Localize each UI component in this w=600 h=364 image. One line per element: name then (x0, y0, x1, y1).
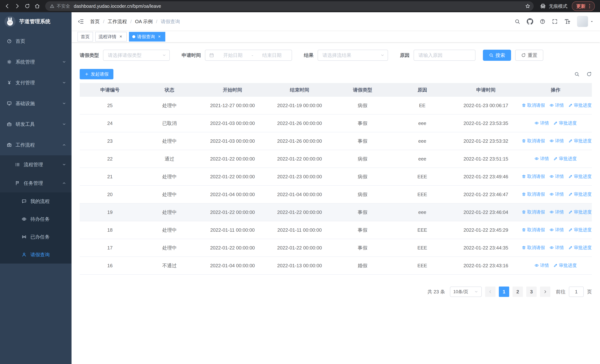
sidebar-item-home[interactable]: 首页 (0, 31, 72, 52)
progress-link[interactable]: 审批进度 (568, 227, 592, 233)
date-range-separator: - (252, 52, 253, 58)
cell-leave-type: 病假 (333, 150, 392, 168)
sidebar-item-leave-query[interactable]: 请假查询 (0, 246, 72, 263)
security-status[interactable]: 不安全 (50, 3, 70, 9)
sidebar-item-my-process[interactable]: 我的流程 (0, 192, 72, 210)
detail-link[interactable]: 详情 (549, 173, 564, 179)
sidebar-toggle-button[interactable] (77, 18, 84, 25)
browser-update-button[interactable]: 更新 (572, 1, 595, 11)
apply-time-range-picker[interactable]: - (205, 50, 292, 61)
page-button-1[interactable]: 1 (499, 287, 509, 297)
detail-link[interactable]: 详情 (534, 262, 549, 268)
result-select-input[interactable] (322, 52, 378, 58)
tab-close-button[interactable]: × (118, 34, 123, 39)
cell-leave-type: 事假 (333, 114, 392, 132)
progress-link[interactable]: 审批进度 (553, 120, 577, 126)
page-button-2[interactable]: 2 (513, 287, 523, 297)
progress-link[interactable]: 审批进度 (568, 191, 592, 197)
sidebar-item-todo-tasks[interactable]: 待办任务 (0, 210, 72, 228)
sidebar-item-system[interactable]: 系统管理 (0, 52, 72, 72)
bookmark-star-button[interactable] (523, 2, 532, 10)
detail-link[interactable]: 详情 (534, 156, 549, 162)
browser-forward-button[interactable] (12, 1, 22, 11)
cancel-leave-link[interactable]: 取消请假 (522, 209, 545, 215)
sidebar-item-devtools[interactable]: 研发工具 (0, 114, 72, 135)
cancel-leave-link[interactable]: 取消请假 (522, 227, 545, 233)
address-bar[interactable]: 不安全 dashboard.yudao.iocoder.cn/bpm/oa/le… (45, 1, 534, 11)
end-date-input[interactable] (256, 52, 288, 58)
page-size-value[interactable] (453, 289, 473, 294)
cancel-leave-link[interactable]: 取消请假 (522, 138, 545, 144)
cell-actions: 取消请假详情审批进度 (519, 97, 592, 114)
start-date-input[interactable] (217, 52, 249, 58)
result-select[interactable] (318, 50, 388, 61)
toggle-search-button[interactable] (574, 71, 580, 77)
leave-type-select-input[interactable] (108, 52, 160, 58)
cell-end-time: 2022-01-23 00:00:00 (266, 168, 333, 186)
progress-link[interactable]: 审批进度 (568, 102, 592, 108)
breadcrumb: 首页/工作流程/OA 示例/请假查询 (90, 18, 180, 25)
next-page-button[interactable] (540, 287, 550, 297)
cell-end-time: 2022-01-11 00:00:00 (266, 221, 333, 239)
progress-link[interactable]: 审批进度 (568, 173, 592, 179)
tab-close-button[interactable]: × (157, 34, 162, 39)
detail-link[interactable]: 详情 (549, 138, 564, 144)
logo[interactable]: 芋道管理系统 (0, 12, 72, 31)
prev-page-button[interactable] (485, 287, 496, 297)
breadcrumb-item[interactable]: 首页 (90, 18, 100, 25)
detail-link[interactable]: 详情 (549, 102, 564, 108)
sidebar-item-infrastructure[interactable]: 基础设施 (0, 93, 72, 114)
github-link[interactable] (527, 18, 533, 25)
cancel-leave-link[interactable]: 取消请假 (522, 173, 545, 179)
browser-home-button[interactable] (32, 1, 42, 11)
progress-link[interactable]: 审批进度 (568, 245, 592, 251)
detail-link[interactable]: 详情 (549, 245, 564, 251)
breadcrumb-item[interactable]: 工作流程 (108, 18, 127, 25)
tab-item[interactable]: 首页 (77, 32, 93, 42)
cell-reason: eee (392, 114, 452, 132)
trash-icon (522, 192, 526, 196)
detail-link[interactable]: 详情 (549, 227, 564, 233)
column-header: 开始时间 (199, 83, 266, 97)
sidebar-item-done-tasks[interactable]: 已办任务 (0, 228, 72, 246)
sidebar-item-task-mgmt[interactable]: 任务管理 (0, 174, 72, 192)
detail-link[interactable]: 详情 (534, 120, 549, 126)
browser-menu-button[interactable] (587, 3, 593, 9)
tab-item[interactable]: 请假查询× (129, 32, 165, 42)
leave-type-select[interactable] (103, 50, 170, 61)
chevron-down-icon (62, 80, 66, 85)
refresh-table-button[interactable] (586, 71, 592, 77)
breadcrumb-item[interactable]: OA 示例 (135, 18, 152, 25)
sidebar-item-label: 任务管理 (24, 180, 43, 187)
progress-link[interactable]: 审批进度 (568, 209, 592, 215)
header-search-button[interactable] (514, 19, 520, 24)
page-button-3[interactable]: 3 (526, 287, 537, 297)
eye-icon (549, 174, 554, 179)
browser-toolbar: 不安全 dashboard.yudao.iocoder.cn/bpm/oa/le… (0, 0, 600, 12)
browser-reload-button[interactable] (22, 1, 32, 11)
progress-link[interactable]: 审批进度 (568, 138, 592, 144)
goto-page-input[interactable] (569, 287, 584, 297)
progress-link[interactable]: 审批进度 (553, 262, 577, 268)
reset-button[interactable]: 重置 (515, 50, 543, 61)
cancel-leave-link[interactable]: 取消请假 (522, 102, 545, 108)
font-size-button[interactable] (564, 18, 571, 25)
create-leave-button[interactable]: 发起请假 (80, 69, 113, 79)
user-menu[interactable] (577, 16, 594, 27)
tab-item[interactable]: 流程详情× (95, 32, 127, 42)
detail-link[interactable]: 详情 (549, 209, 564, 215)
browser-back-button[interactable] (2, 1, 12, 11)
search-button[interactable]: 搜索 (483, 50, 511, 61)
detail-link[interactable]: 详情 (549, 191, 564, 197)
sidebar-item-workflow[interactable]: 工作流程 (0, 135, 72, 155)
help-button[interactable] (540, 19, 545, 24)
cancel-leave-link[interactable]: 取消请假 (522, 191, 545, 197)
progress-link[interactable]: 审批进度 (553, 156, 577, 162)
sidebar-item-payment[interactable]: 支付管理 (0, 72, 72, 93)
fullscreen-button[interactable] (552, 19, 558, 24)
cancel-leave-link[interactable]: 取消请假 (522, 245, 545, 251)
reason-input[interactable] (418, 52, 471, 58)
sidebar-item-process-mgmt[interactable]: 流程管理 (0, 155, 72, 174)
page-size-select[interactable] (450, 287, 482, 297)
reload-icon (586, 71, 592, 77)
